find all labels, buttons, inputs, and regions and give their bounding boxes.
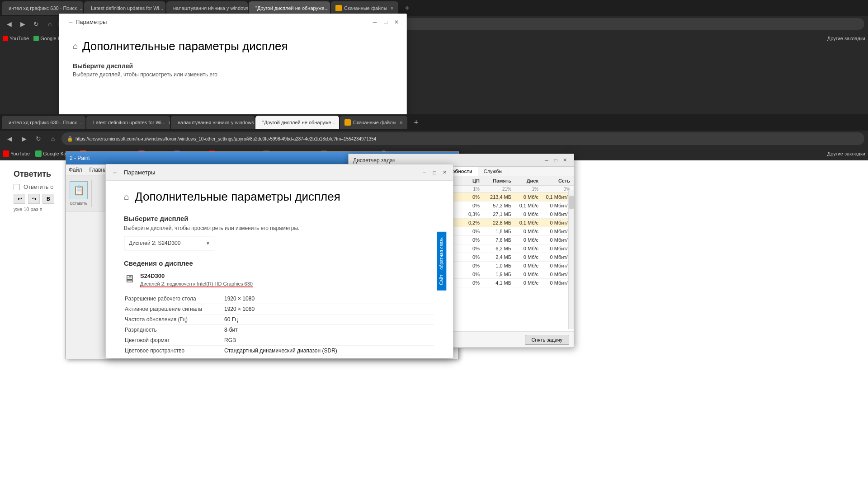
monitor-name: S24D300 — [140, 272, 253, 279]
dropdown-arrow-icon: ▼ — [206, 241, 210, 246]
tm-mem-val: 21% — [480, 187, 511, 192]
ghost-tab-3[interactable]: налаштування нічника у windows... ✕ — [166, 1, 248, 15]
spec-row-3: Разрядность 8-бит — [125, 325, 434, 335]
main-bk-other[interactable]: Другие закладки — [827, 151, 865, 156]
main-back-btn[interactable]: ◀ — [4, 133, 15, 145]
tm-col-net[interactable]: Сеть — [538, 178, 570, 183]
main-url-input[interactable]: 🔒 https://answers.microsoft.com/ru-ru/wi… — [61, 132, 864, 145]
ghost-minimize-btn[interactable]: ─ — [370, 18, 379, 27]
tm-col-mem[interactable]: Память — [480, 178, 511, 183]
main-tab-close-5[interactable]: ✕ — [399, 120, 403, 125]
main-forward-btn[interactable]: ▶ — [18, 133, 30, 145]
bk-other[interactable]: Другие закладки — [827, 36, 865, 41]
task-manager-title: Диспетчер задач — [353, 157, 542, 164]
paste-button[interactable]: 📋 — [70, 181, 88, 199]
ghost-tab-2[interactable]: Latest definition updates for Wi... ✕ — [84, 1, 165, 15]
main-address-bar-container: ◀ ▶ ↻ ⌂ 🔒 https://answers.microsoft.com/… — [0, 131, 868, 147]
tm-col-disk[interactable]: Диск — [511, 178, 538, 183]
spec-row-4: Цветовой формат RGB — [125, 335, 434, 346]
home-icon-ghost: ⌂ — [73, 42, 78, 51]
ghost-tab-4[interactable]: "Другой дисплей не обнаруже... ✕ — [249, 1, 330, 15]
ghost-forward-btn[interactable]: ▶ — [17, 19, 28, 29]
main-home-btn[interactable]: ⌂ — [47, 133, 59, 145]
tm-col-cpu[interactable]: ЦП — [453, 178, 480, 183]
main-tab-5[interactable]: Скачанные файлы ✕ — [340, 116, 407, 129]
main-tab-bar: интел хд графикс 630 - Поиск ... ✕ Lates… — [0, 114, 868, 131]
settings-heading: ⌂ Дополнительные параметры дисплея — [124, 190, 435, 204]
divider-1 — [91, 180, 92, 207]
settings-minimize-btn[interactable]: ─ — [420, 168, 429, 178]
spec-row-0: Разрешение рабочего стола 868 × 488 — [125, 294, 434, 304]
ghost-section-title: Выберите дисплей — [73, 62, 393, 70]
task-manager-scrollbar[interactable] — [568, 190, 574, 329]
settings-close-btn[interactable]: ✕ — [439, 168, 449, 178]
main-tab-3[interactable]: налаштування нічника у windows... ✕ — [171, 116, 255, 129]
main-tab-2[interactable]: Latest definition updates for Wi... ✕ — [86, 116, 170, 129]
tm-tab-services[interactable]: Службы — [478, 167, 509, 176]
ghost-dialog-heading: ⌂ Дополнительные параметры дисплея — [73, 39, 393, 53]
main-tab-1[interactable]: интел хд графикс 630 - Поиск ... ✕ — [2, 116, 85, 129]
main-tab-close-4[interactable]: ✕ — [338, 120, 339, 125]
main-bk-youtube[interactable]: YouTube — [3, 150, 30, 157]
ghost-reload-btn[interactable]: ↻ — [31, 19, 42, 29]
redo-button[interactable]: ↪ — [28, 194, 40, 204]
ghost-tab-1[interactable]: интел хд графикс 630 - Поиск ... ✕ — [2, 1, 83, 15]
maps-icon — [33, 36, 39, 41]
ghost-back-btn[interactable]: ◀ — [4, 19, 14, 29]
ghost-close-btn[interactable]: ✕ — [392, 18, 401, 27]
monitor-info-row: 🖥 S24D300 Дисплей 2: подключен к Intel(R… — [124, 272, 435, 287]
main-tab-favicon-5 — [344, 119, 351, 126]
monitor-info-text: S24D300 Дисплей 2: подключен к Intel(R) … — [140, 272, 253, 287]
tm-cpu-val: 1% — [453, 187, 480, 192]
ghost-settings-dialog: ← Параметры ─ □ ✕ ⌂ Дополнительные парам… — [59, 14, 407, 127]
main-settings-dialog: ← Параметры ─ □ ✕ ⌂ Дополнительные парам… — [105, 164, 453, 358]
main-tab-close-2[interactable]: ✕ — [168, 120, 170, 125]
ghost-dialog-content: ⌂ Дополнительные параметры дисплея Выбер… — [59, 30, 406, 87]
display-dropdown[interactable]: Дисплей 2: S24D300 ▼ — [124, 236, 214, 250]
main-youtube-icon — [3, 150, 9, 157]
ghost-browser: интел хд графикс 630 - Поиск ... ✕ Lates… — [0, 0, 868, 117]
settings-titlebar: ← Параметры ─ □ ✕ — [106, 164, 453, 181]
bold-button[interactable]: B — [42, 194, 54, 204]
paste-label: Вставить — [70, 201, 88, 206]
ghost-dialog-titlebar: ← Параметры ─ □ ✕ — [59, 14, 406, 30]
display-info-section: Сведения о дисплее 🖥 S24D300 Дисплей 2: … — [124, 259, 435, 358]
reply-checkbox-label: Ответить с — [24, 183, 53, 190]
tm-minimize-btn[interactable]: ─ — [542, 156, 551, 165]
new-tab-button[interactable]: + — [401, 2, 414, 14]
spec-row-1: Активное разрешение сигнала 868 × 488 — [125, 304, 434, 314]
paint-menu-file[interactable]: Файл — [69, 167, 82, 173]
tab-close-5[interactable]: ✕ — [390, 6, 394, 11]
tm-net-val: 0% — [538, 187, 570, 192]
display-specs-table: Разрешение рабочего стола 868 × 488 Ак… — [124, 293, 435, 357]
settings-home-icon: ⌂ — [124, 192, 129, 202]
display-info-title: Сведения о дисплее — [124, 259, 435, 267]
tm-close-btn[interactable]: ✕ — [560, 156, 569, 165]
spec-row-5: Цветовое пространство Стандартный динами… — [125, 346, 434, 356]
main-tab-4[interactable]: "Другой дисплей не обнаруже... ✕ — [255, 116, 339, 129]
main-maps-icon — [35, 150, 42, 157]
tm-maximize-btn[interactable]: □ — [551, 156, 560, 165]
settings-maximize-btn[interactable]: □ — [429, 168, 439, 178]
scrollbar-thumb[interactable] — [569, 196, 574, 209]
ghost-section-desc: Выберите дисплей, чтобы просмотреть или … — [73, 71, 393, 78]
main-tab-close-1[interactable]: ✕ — [85, 120, 85, 125]
ghost-maximize-btn[interactable]: □ — [381, 18, 390, 27]
settings-back-btn[interactable]: ← — [109, 167, 121, 178]
main-new-tab-button[interactable]: + — [410, 116, 423, 129]
monitor-subtitle: Дисплей 2: подключен к Intel(R) HD Graph… — [140, 281, 253, 287]
ghost-home-btn[interactable]: ⌂ — [44, 19, 55, 29]
main-reload-btn[interactable]: ↻ — [33, 133, 44, 145]
undo-button[interactable]: ↩ — [14, 194, 25, 204]
end-task-button[interactable]: Снять задачу — [525, 335, 570, 345]
ghost-tab-5[interactable]: Скачанные файлы ✕ — [331, 1, 398, 15]
ghost-back-btn-dialog[interactable]: ← — [66, 18, 75, 27]
settings-title-text: Параметры — [121, 169, 420, 176]
select-display-desc: Выберите дисплей, чтобы просмотреть или … — [124, 225, 435, 231]
spec-row-2: Частота обновления (Гц) 60 Гц — [125, 314, 434, 325]
feedback-button[interactable]: Сайт – обратная связь — [437, 232, 447, 291]
reply-checkbox[interactable] — [14, 184, 20, 190]
bk-youtube[interactable]: YouTube — [3, 36, 29, 41]
settings-content: ⌂ Дополнительные параметры дисплея Выбер… — [106, 181, 453, 358]
tm-disk-val: 1% — [511, 187, 538, 192]
